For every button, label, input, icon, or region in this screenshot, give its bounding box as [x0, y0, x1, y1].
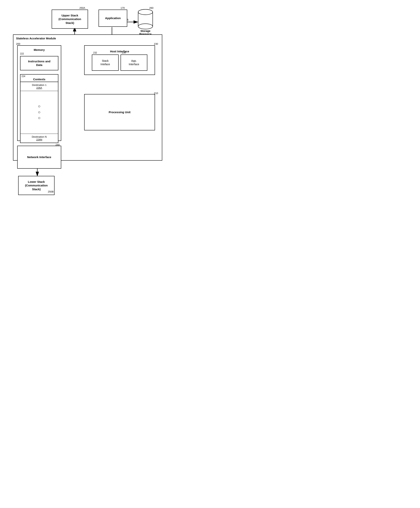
- processing-unit-ref: 210: [154, 92, 158, 95]
- dest1-label: Destination 1: [22, 84, 56, 86]
- memory-ref: 222: [19, 52, 24, 55]
- stack-interface-label: StackInteface: [100, 59, 110, 66]
- contexts-box: 224 Contexts Destination 1 226A ○ ○ ○ De…: [20, 74, 58, 143]
- instructions-box: Instructions andData: [20, 56, 58, 70]
- module-title: Stateless Accelerator Module: [16, 37, 56, 40]
- host-interface-ref: 230: [154, 43, 158, 45]
- stack-interface-box: 232 StackInteface: [92, 54, 119, 71]
- destN-ref: 226N: [22, 138, 56, 141]
- application-ref: 170: [120, 7, 125, 9]
- contexts-ref: 224: [21, 74, 25, 78]
- lower-stack-label: Lower Stack(CommunicationStack): [25, 180, 48, 191]
- network-interface-label: Network Interface: [27, 155, 51, 159]
- app-interface-box: 234 App.Interface: [120, 54, 147, 71]
- storage-resource: StorageResource: [138, 9, 153, 36]
- app-interface-label: App.Interface: [129, 59, 139, 66]
- network-interface-ref: 240: [55, 143, 60, 146]
- stack-interface-ref: 232: [93, 52, 97, 54]
- memory-title: Memory: [19, 48, 59, 52]
- module-ref: 200: [16, 43, 20, 45]
- upper-stack-box: Upper Stack(CommunicationStack): [52, 10, 88, 29]
- app-interface-ref: 234: [122, 52, 126, 54]
- storage-ref: 260: [149, 7, 153, 9]
- lower-stack-ref: 250B: [48, 190, 53, 193]
- svg-point-22: [138, 24, 153, 29]
- application-box: Application: [98, 10, 127, 27]
- host-interface-box: Host Interface 232 StackInteface 234 App…: [84, 45, 155, 75]
- diagram: 255A 175 235 225 245 255B 220 Upper Stac…: [4, 4, 165, 199]
- upper-stack-label: Upper Stack(CommunicationStack): [59, 14, 81, 25]
- processing-unit-label: Processing Unit: [109, 110, 130, 114]
- contexts-title: Contexts: [21, 78, 58, 82]
- dest1-ref: 226A: [22, 86, 56, 89]
- instructions-label: Instructions andData: [28, 59, 51, 67]
- upper-stack-ref: 250A: [79, 7, 85, 9]
- svg-point-23: [138, 9, 153, 15]
- network-interface-box: Network Interface: [17, 146, 61, 169]
- memory-box: Memory 222 Instructions andData 224 Cont…: [17, 45, 61, 141]
- application-label: Application: [105, 16, 121, 20]
- stateless-accelerator-module: Stateless Accelerator Module 200 Memory …: [13, 34, 162, 161]
- destN-label: Destination N: [22, 135, 56, 138]
- processing-unit-box: Processing Unit: [84, 94, 155, 130]
